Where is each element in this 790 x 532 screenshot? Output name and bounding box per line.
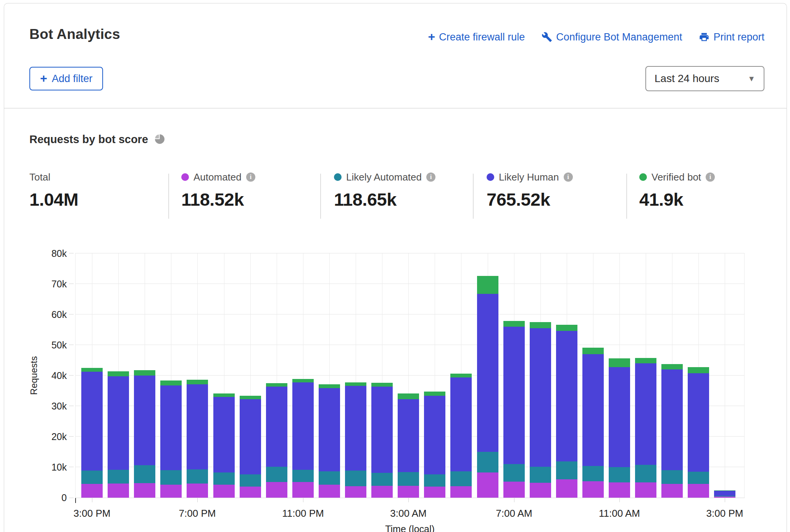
bar-8-00-am[interactable] — [530, 322, 551, 498]
bar-segment-likely-automated — [345, 471, 366, 486]
info-icon[interactable]: i — [426, 172, 435, 182]
bar-segment-likely-human — [503, 327, 525, 464]
bar-segment-likely-human — [530, 328, 551, 467]
x-tick-mark — [197, 498, 198, 502]
bar-1-00-am[interactable] — [345, 382, 366, 498]
bar-segment-likely-human — [266, 387, 287, 467]
bar-9-00-am[interactable] — [556, 325, 577, 498]
bar-12-00-am[interactable] — [319, 384, 340, 498]
bot-analytics-card: Bot Analytics + Create firewall rule Con… — [4, 3, 787, 532]
bar-segment-automated — [398, 486, 419, 498]
x-tick-mark — [619, 498, 620, 502]
bar-segment-likely-automated — [266, 467, 287, 482]
bar-segment-automated — [635, 482, 656, 498]
bar-segment-verified-bot — [688, 367, 709, 373]
chevron-down-icon: ▼ — [748, 74, 755, 83]
y-tick-mark — [69, 375, 74, 376]
add-filter-button[interactable]: + Add filter — [29, 67, 103, 90]
bar-segment-verified-bot — [134, 370, 155, 376]
bar-5-00-pm[interactable] — [134, 370, 155, 498]
bar-segment-verified-bot — [108, 371, 129, 376]
bar-1-00-pm[interactable] — [661, 364, 683, 498]
bar-segment-likely-automated — [160, 470, 182, 485]
bar-3-00-pm[interactable] — [714, 490, 735, 498]
bar-segment-likely-human — [688, 373, 709, 472]
bar-2-00-am[interactable] — [371, 383, 393, 498]
bar-7-00-pm[interactable] — [187, 380, 208, 498]
bar-segment-likely-human — [108, 376, 129, 470]
bar-segment-likely-human — [450, 377, 472, 471]
x-tick-mark — [303, 498, 303, 502]
bar-segment-automated — [345, 486, 366, 498]
bar-3-00-pm[interactable] — [81, 368, 103, 498]
gridline-horizontal — [75, 284, 745, 284]
bar-4-00-pm[interactable] — [108, 371, 129, 498]
create-firewall-rule-link[interactable]: + Create firewall rule — [428, 31, 525, 43]
info-icon[interactable]: i — [706, 172, 715, 182]
info-icon[interactable]: i — [564, 172, 573, 182]
bar-10-00-am[interactable] — [582, 348, 604, 498]
x-tick-label: 11:00 AM — [599, 508, 640, 519]
print-report-label: Print report — [713, 31, 764, 43]
bar-segment-verified-bot — [160, 380, 182, 385]
bar-3-00-am[interactable] — [398, 393, 419, 498]
bar-11-00-pm[interactable] — [292, 379, 314, 498]
bar-11-00-am[interactable] — [609, 358, 630, 498]
bar-9-00-pm[interactable] — [240, 396, 261, 498]
legend-dot — [181, 173, 189, 181]
x-tick-mark — [514, 498, 514, 502]
bar-segment-likely-automated — [450, 471, 472, 486]
x-tick-mark — [725, 498, 725, 502]
stat-value: 118.52k — [181, 189, 255, 210]
stats-row: Total 1.04M Automated i 118.52k Likely A… — [4, 171, 787, 228]
bar-segment-automated — [424, 487, 445, 498]
configure-bot-management-label: Configure Bot Management — [556, 31, 682, 43]
legend-dot — [639, 173, 647, 181]
bar-segment-verified-bot — [609, 358, 630, 367]
bar-segment-automated — [688, 484, 709, 498]
y-tick-label: 10k — [52, 462, 67, 473]
stat-value: 765.52k — [487, 189, 573, 210]
bar-2-00-pm[interactable] — [688, 367, 709, 498]
section-title: Requests by bot score — [29, 133, 148, 146]
bar-segment-automated — [187, 484, 208, 498]
bar-segment-likely-automated — [635, 465, 656, 482]
bar-10-00-pm[interactable] — [266, 383, 287, 498]
bar-segment-likely-human — [477, 294, 498, 452]
configure-bot-management-link[interactable]: Configure Bot Management — [542, 31, 682, 43]
info-icon[interactable]: i — [246, 172, 255, 182]
gridline-horizontal — [75, 314, 745, 314]
bar-segment-verified-bot — [292, 379, 314, 382]
bar-segment-verified-bot — [240, 396, 261, 399]
bar-segment-likely-automated — [81, 471, 103, 484]
x-axis-origin-tick — [75, 498, 76, 503]
bar-segment-automated — [714, 497, 735, 498]
gridline-vertical — [75, 253, 76, 498]
bar-segment-likely-automated — [108, 470, 129, 484]
bar-segment-likely-human — [556, 331, 577, 461]
bar-segment-verified-bot — [319, 384, 340, 388]
add-filter-label: Add filter — [52, 73, 93, 85]
bar-12-00-pm[interactable] — [635, 358, 656, 498]
bar-segment-automated — [213, 485, 235, 498]
bar-segment-verified-bot — [661, 364, 683, 369]
bar-segment-verified-bot — [635, 358, 656, 363]
bar-segment-likely-human — [134, 376, 155, 465]
bar-8-00-pm[interactable] — [213, 393, 235, 498]
bar-7-00-am[interactable] — [503, 321, 525, 498]
bar-segment-automated — [609, 482, 630, 498]
bar-5-00-am[interactable] — [450, 374, 472, 498]
bar-segment-likely-human — [81, 372, 103, 471]
gridline-vertical — [744, 253, 745, 498]
bar-6-00-pm[interactable] — [160, 380, 182, 498]
bar-segment-likely-automated — [688, 472, 709, 484]
bar-segment-likely-automated — [134, 465, 155, 483]
y-tick-label: 0 — [61, 492, 67, 503]
bar-segment-verified-bot — [556, 325, 577, 331]
time-range-select[interactable]: Last 24 hours ▼ — [645, 66, 764, 91]
y-tick-label: 50k — [52, 340, 67, 351]
print-report-link[interactable]: Print report — [699, 31, 764, 43]
bar-4-00-am[interactable] — [424, 392, 445, 498]
bar-6-00-am[interactable] — [477, 276, 498, 498]
bar-segment-automated — [530, 483, 551, 498]
